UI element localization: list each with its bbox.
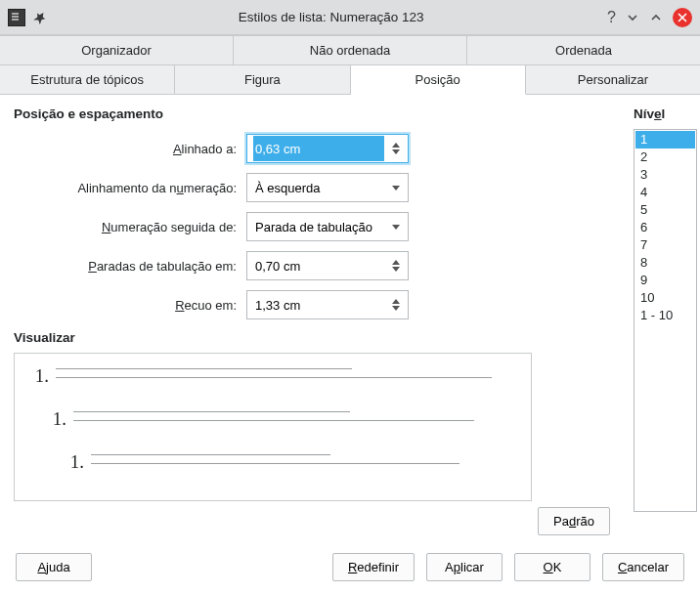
label-followed: Numeração seguida de: <box>14 220 246 234</box>
level-item[interactable]: 1 <box>635 131 695 148</box>
spinner-icon[interactable] <box>388 291 404 318</box>
level-item[interactable]: 2 <box>635 148 695 166</box>
level-heading: Nível <box>634 106 686 121</box>
preview-number: 1. <box>44 408 69 430</box>
reset-button[interactable]: Redefinir <box>332 553 415 581</box>
level-listbox[interactable]: 1 2 3 4 5 6 7 8 9 10 1 - 10 <box>634 129 697 512</box>
level-item[interactable]: 7 <box>635 236 695 254</box>
tab-row-2: Estrutura de tópicos Figura Posição Pers… <box>0 65 700 95</box>
tabstops-at-input[interactable] <box>246 251 409 280</box>
preview-number: 1. <box>26 365 52 387</box>
chevron-down-icon[interactable] <box>388 174 404 201</box>
aligned-at-value: 0,63 cm <box>253 136 384 161</box>
label-aligned: Alinhado a: <box>14 142 246 156</box>
close-icon[interactable] <box>673 8 692 27</box>
tab-outline[interactable]: Estrutura de tópicos <box>0 65 175 95</box>
section-heading-position: Posição e espaçamento <box>14 106 622 121</box>
spinner-icon[interactable] <box>388 252 404 279</box>
label-numalign: Alinhamento da numeração: <box>14 181 246 195</box>
tab-unordered[interactable]: Não ordenada <box>234 35 467 64</box>
tab-organizer[interactable]: Organizador <box>0 35 234 64</box>
level-item[interactable]: 5 <box>635 201 695 219</box>
section-heading-preview: Visualizar <box>14 330 622 345</box>
app-icon <box>8 9 25 26</box>
default-button[interactable]: Padrão <box>538 507 610 535</box>
level-item[interactable]: 6 <box>635 219 695 236</box>
tab-ordered[interactable]: Ordenada <box>467 35 700 64</box>
level-item[interactable]: 3 <box>635 166 695 184</box>
followed-by-combo[interactable] <box>246 212 409 241</box>
tab-figure[interactable]: Figura <box>175 65 350 95</box>
window-title: Estilos de lista: Numeração 123 <box>55 10 607 24</box>
apply-button[interactable]: Aplicar <box>426 553 503 581</box>
level-item[interactable]: 4 <box>635 184 695 201</box>
label-indent: Recuo em: <box>14 298 246 313</box>
ok-button[interactable]: OK <box>514 553 591 581</box>
preview-area: 1. 1. 1. <box>14 353 532 501</box>
level-item[interactable]: 10 <box>635 289 695 307</box>
tab-customize[interactable]: Personalizar <box>526 65 700 95</box>
level-item[interactable]: 8 <box>635 254 695 272</box>
chevron-down-icon[interactable] <box>388 213 404 240</box>
level-item[interactable]: 1 - 10 <box>635 307 695 324</box>
level-item[interactable]: 9 <box>635 272 695 289</box>
label-tabstops: Paradas de tabulação em: <box>14 259 246 274</box>
cancel-button[interactable]: Cancelar <box>602 553 684 581</box>
indent-at-input[interactable] <box>246 290 409 319</box>
pin-icon[interactable] <box>31 9 49 26</box>
titlebar: Estilos de lista: Numeração 123 ? <box>0 0 700 35</box>
numalign-combo[interactable] <box>246 173 409 202</box>
spinner-icon[interactable] <box>388 135 404 162</box>
aligned-at-input[interactable]: 0,63 cm <box>246 134 409 163</box>
help-icon[interactable]: ? <box>607 9 616 26</box>
help-button[interactable]: Ajuda <box>16 553 92 581</box>
preview-number: 1. <box>62 451 87 473</box>
tab-position[interactable]: Posição <box>351 65 526 95</box>
chevron-down-icon[interactable] <box>626 11 639 24</box>
chevron-up-icon[interactable] <box>649 11 663 24</box>
tab-row-1: Organizador Não ordenada Ordenada <box>0 35 700 65</box>
